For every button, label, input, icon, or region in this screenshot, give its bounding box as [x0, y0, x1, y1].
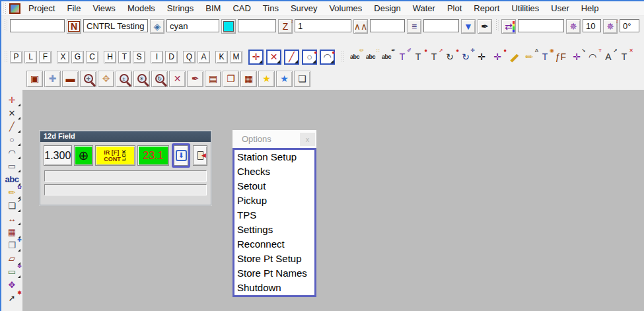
toolbar-drag-handle[interactable]: [5, 19, 8, 31]
menu-water[interactable]: Water: [407, 3, 441, 13]
move-cross-button[interactable]: ✛: [474, 49, 489, 65]
text-style-palette-button[interactable]: T◉: [537, 49, 553, 65]
text-toolbar-drag-handle[interactable]: [341, 51, 345, 63]
style-field[interactable]: [423, 19, 459, 32]
menu-user[interactable]: User: [545, 3, 575, 13]
text-font-button[interactable]: ƒF: [553, 49, 569, 65]
symbol-field[interactable]: [518, 19, 564, 32]
tool-c-button[interactable]: C: [86, 51, 98, 63]
dimension-button[interactable]: ↔: [3, 212, 20, 225]
create-text-button[interactable]: abc: [3, 172, 20, 186]
delete-text-button[interactable]: T✕: [616, 49, 632, 65]
option-station-setup[interactable]: Station Setup: [234, 150, 314, 164]
text-brush-button[interactable]: T✐: [394, 49, 410, 65]
move-point-arrow-button[interactable]: ✛➘: [569, 49, 585, 65]
point-jump-button[interactable]: ➚✱: [3, 291, 20, 304]
create-circle-button[interactable]: ○: [3, 133, 20, 146]
eyedropper-button[interactable]: ✒: [478, 19, 492, 34]
select-box-button[interactable]: ❏➚: [3, 199, 20, 212]
menu-design[interactable]: Design: [368, 3, 406, 13]
menu-tins[interactable]: Tins: [257, 3, 285, 13]
field-panel-input-1[interactable]: [44, 170, 207, 182]
drawing-canvas[interactable]: 12d Field 1.300 ⊕ IR [F] CONT LCK 23.1 ⬇: [22, 90, 644, 311]
snap-cross-button[interactable]: ✕: [266, 50, 281, 65]
copy-add-button[interactable]: ❐✚: [3, 238, 20, 252]
menu-project[interactable]: Project: [22, 3, 61, 13]
menu-file[interactable]: File: [61, 3, 87, 13]
tool-l-button[interactable]: L: [24, 51, 37, 63]
snap-point-button[interactable]: ✛: [248, 50, 264, 65]
edit-text-button[interactable]: abc✏: [347, 49, 363, 65]
pan-button[interactable]: ✥: [98, 71, 114, 87]
angle-field[interactable]: [620, 19, 639, 32]
options-title-bar[interactable]: Options x: [233, 130, 316, 148]
text-pen-button[interactable]: abc✒: [378, 49, 394, 65]
menu-bim[interactable]: BIM: [199, 3, 227, 13]
pinwheel-button[interactable]: ✵: [566, 19, 581, 34]
zoom-extents-button[interactable]: ✛: [80, 71, 96, 87]
redraw-view-button[interactable]: ✒: [187, 71, 203, 87]
cad-text-field[interactable]: [10, 19, 65, 32]
close-icon[interactable]: x: [300, 133, 315, 146]
polygon-button[interactable]: ▱: [3, 252, 20, 265]
tool-s-button[interactable]: S: [133, 51, 145, 63]
height-field[interactable]: [238, 19, 276, 32]
menu-cad[interactable]: CAD: [227, 3, 256, 13]
reading-display-button[interactable]: 23.1: [137, 145, 170, 166]
tool-m-button[interactable]: M: [230, 51, 242, 63]
tool-g-button[interactable]: G: [71, 51, 84, 63]
move-cross-point-button[interactable]: ✛●: [489, 49, 505, 65]
image-move-button[interactable]: ▭✥: [3, 265, 20, 278]
rotate-move-button[interactable]: ↻✛: [458, 49, 474, 65]
toolbar-drag-handle[interactable]: [496, 19, 499, 31]
cad-toolbar-drag-handle[interactable]: [5, 51, 8, 63]
option-checks[interactable]: Checks: [234, 164, 314, 179]
snap-circle-button[interactable]: ○●: [302, 50, 317, 65]
grid-table-button[interactable]: ▦: [3, 225, 20, 238]
mode-button[interactable]: IR [F] CONT LCK: [95, 145, 135, 166]
tool-t-button[interactable]: T: [118, 51, 131, 63]
create-rectangle-button[interactable]: ▭: [3, 159, 20, 172]
tool-i-button[interactable]: I: [151, 51, 163, 63]
linestyle-button[interactable]: ≡: [407, 19, 421, 34]
model-layers-button[interactable]: ◈: [150, 19, 164, 34]
tool-d-button[interactable]: D: [165, 51, 178, 63]
menu-strings[interactable]: Strings: [161, 3, 199, 13]
favourite-blue-star-button[interactable]: ★: [276, 71, 293, 87]
favourite-yellow-star-button[interactable]: ★: [258, 71, 275, 87]
move-tool-button[interactable]: ✥: [3, 278, 20, 291]
menubar-drag-handle[interactable]: [3, 3, 7, 15]
add-view-button[interactable]: ✚: [44, 71, 61, 87]
option-shutdown[interactable]: Shutdown: [234, 281, 314, 295]
menu-views[interactable]: Views: [87, 3, 121, 13]
tool-h-button[interactable]: H: [104, 51, 116, 63]
snap-arc-button[interactable]: ◠●: [320, 50, 335, 65]
tool-q-button[interactable]: Q: [183, 51, 196, 63]
create-point-button[interactable]: ✛: [3, 93, 20, 106]
12d-field-title-bar[interactable]: 12d Field: [40, 131, 211, 142]
view-grid-button[interactable]: ▦: [240, 71, 257, 87]
annotate-arrow-button[interactable]: A➚: [600, 49, 616, 65]
exit-button[interactable]: ◀: [193, 145, 207, 166]
options-menu-button[interactable]: ⬇: [174, 145, 188, 166]
create-sketch-button[interactable]: ✏✿: [3, 186, 20, 199]
breakline-button[interactable]: ∧∧: [353, 19, 368, 34]
plot-view-button[interactable]: ▤: [205, 71, 221, 87]
create-cross-button[interactable]: ✕: [3, 106, 20, 120]
colour-field[interactable]: [166, 19, 219, 32]
colour-range-button[interactable]: ⇄: [501, 19, 516, 34]
field-panel-input-2[interactable]: [44, 184, 207, 195]
target-button[interactable]: ⊕: [74, 145, 94, 166]
menu-report[interactable]: Report: [468, 3, 505, 13]
text-point-button[interactable]: T●: [410, 49, 426, 65]
menu-models[interactable]: Models: [122, 3, 161, 13]
zoom-previous-button[interactable]: ↻: [151, 71, 168, 87]
dropdown-triangle-button[interactable]: ▼: [461, 19, 476, 34]
menu-utilities[interactable]: Utilities: [505, 3, 545, 13]
annotate-pencil-button[interactable]: ✏A: [521, 49, 537, 65]
zoom-all-button[interactable]: ✳: [133, 71, 150, 87]
tool-p-button[interactable]: P: [10, 51, 22, 63]
tinability-field[interactable]: [370, 19, 405, 32]
menu-help[interactable]: Help: [575, 3, 605, 13]
measure-ruler-button[interactable]: ▬: [505, 49, 521, 65]
